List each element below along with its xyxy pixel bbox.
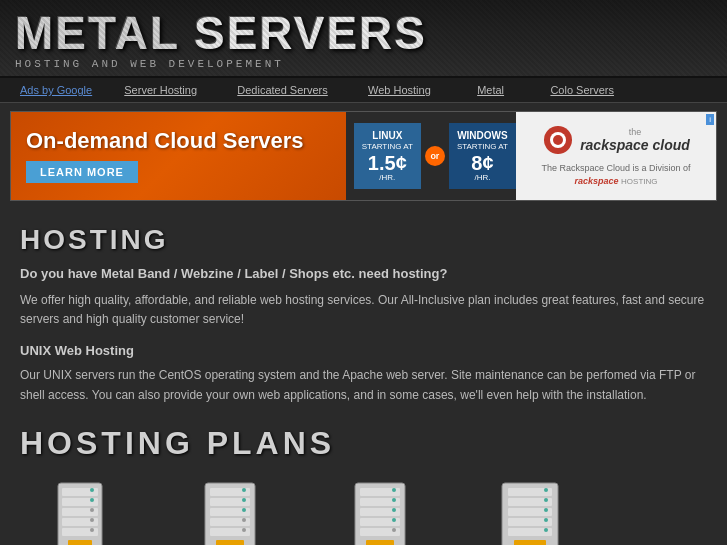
svg-point-41 bbox=[392, 518, 396, 522]
nav-bar: Ads by Google Server Hosting Dedicated S… bbox=[0, 78, 727, 103]
server-tower-icon-2 bbox=[190, 478, 270, 545]
svg-point-53 bbox=[544, 518, 548, 522]
windows-label: WINDOWS bbox=[457, 129, 508, 142]
nav-link-web-hosting[interactable]: Web Hosting bbox=[356, 78, 443, 102]
svg-point-39 bbox=[392, 498, 396, 502]
svg-point-2 bbox=[553, 135, 563, 145]
svg-point-16 bbox=[90, 508, 94, 512]
svg-point-26 bbox=[242, 488, 246, 492]
server-plans-row bbox=[20, 478, 707, 545]
svg-point-42 bbox=[392, 528, 396, 532]
svg-rect-6 bbox=[566, 139, 572, 141]
hosting-plans-heading: HOSTING PLANS bbox=[20, 425, 707, 462]
intro-text: We offer high quality, affordable, and r… bbox=[20, 291, 707, 329]
server-plan-4 bbox=[470, 478, 590, 545]
svg-point-18 bbox=[90, 528, 94, 532]
svg-point-30 bbox=[242, 528, 246, 532]
rackspace-brand: rackspace cloud bbox=[580, 137, 690, 153]
site-header: METAL SERVERS HOSTING AND WEB DEVELOPEME… bbox=[0, 0, 727, 78]
intro-bold-text: Do you have Metal Band / Webzine / Label… bbox=[20, 266, 707, 281]
site-subtitle: HOSTING AND WEB DEVELOPEMENT bbox=[15, 58, 712, 70]
rackspace-icon bbox=[542, 124, 574, 156]
svg-rect-37 bbox=[366, 540, 394, 545]
unix-subheading: UNIX Web Hosting bbox=[20, 343, 707, 358]
server-tower-icon-1 bbox=[40, 478, 120, 545]
svg-point-14 bbox=[90, 488, 94, 492]
windows-per-hr: /HR. bbox=[457, 173, 508, 183]
ad-left-section: On-demand Cloud Servers LEARN MORE bbox=[11, 112, 346, 200]
svg-point-54 bbox=[544, 528, 548, 532]
site-title: METAL SERVERS bbox=[15, 10, 712, 56]
nav-link-metal[interactable]: Metal bbox=[465, 78, 516, 102]
ad-windows-pricing: WINDOWS STARTING AT 8¢ /HR. bbox=[449, 123, 516, 189]
ad-or-badge: or bbox=[425, 146, 445, 166]
server-tower-icon-4 bbox=[490, 478, 570, 545]
svg-rect-4 bbox=[557, 148, 559, 154]
server-plan-1 bbox=[20, 478, 140, 545]
svg-rect-25 bbox=[216, 540, 244, 545]
svg-point-50 bbox=[544, 488, 548, 492]
nav-link-colo-servers[interactable]: Colo Servers bbox=[538, 78, 626, 102]
svg-point-29 bbox=[242, 518, 246, 522]
nav-link-dedicated-servers[interactable]: Dedicated Servers bbox=[225, 78, 340, 102]
svg-point-28 bbox=[242, 508, 246, 512]
ads-by-google-link[interactable]: Ads by Google bbox=[10, 78, 102, 102]
hosting-heading: HOSTING bbox=[20, 224, 707, 256]
main-content: HOSTING Do you have Metal Band / Webzine… bbox=[0, 209, 727, 545]
windows-price: 8¢ bbox=[457, 153, 508, 173]
ad-linux-pricing: LINUX STARTING AT 1.5¢ /HR. bbox=[354, 123, 421, 189]
svg-point-51 bbox=[544, 498, 548, 502]
svg-point-15 bbox=[90, 498, 94, 502]
svg-rect-5 bbox=[544, 139, 550, 141]
svg-point-52 bbox=[544, 508, 548, 512]
svg-point-40 bbox=[392, 508, 396, 512]
server-plan-3 bbox=[320, 478, 440, 545]
linux-per-hr: /HR. bbox=[362, 173, 413, 183]
ad-pricing-section: LINUX STARTING AT 1.5¢ /HR. or WINDOWS S… bbox=[354, 112, 516, 200]
ad-right-section: i the rackspace cloud Th bbox=[516, 112, 716, 200]
linux-label: LINUX bbox=[362, 129, 413, 142]
rackspace-ad-content: the rackspace cloud The Rackspace Cloud … bbox=[541, 124, 690, 187]
nav-link-server-hosting[interactable]: Server Hosting bbox=[112, 78, 209, 102]
linux-price: 1.5¢ bbox=[362, 153, 413, 173]
ad-info-badge[interactable]: i bbox=[706, 114, 714, 125]
rackspace-the: the bbox=[580, 127, 690, 137]
svg-point-38 bbox=[392, 488, 396, 492]
ad-learn-more-button[interactable]: LEARN MORE bbox=[26, 161, 138, 183]
server-plan-2 bbox=[170, 478, 290, 545]
svg-rect-49 bbox=[514, 540, 546, 545]
title-metal: METAL bbox=[15, 7, 179, 59]
unix-body-text: Our UNIX servers run the CentOS operatin… bbox=[20, 366, 707, 404]
svg-point-17 bbox=[90, 518, 94, 522]
title-servers: SERVERS bbox=[179, 7, 427, 59]
ad-banner: On-demand Cloud Servers LEARN MORE LINUX… bbox=[10, 111, 717, 201]
ad-cloud-title: On-demand Cloud Servers bbox=[26, 129, 331, 153]
svg-point-27 bbox=[242, 498, 246, 502]
svg-rect-3 bbox=[557, 126, 559, 132]
svg-rect-13 bbox=[68, 540, 92, 545]
rackspace-tagline: The Rackspace Cloud is a Division of rac… bbox=[541, 162, 690, 187]
server-tower-icon-3 bbox=[340, 478, 420, 545]
